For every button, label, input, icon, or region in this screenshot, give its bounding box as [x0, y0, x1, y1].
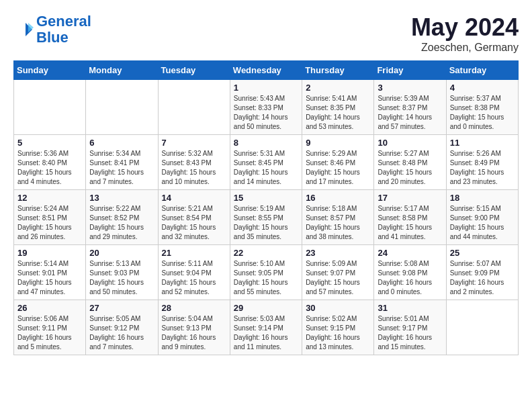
calendar-cell: 5Sunrise: 5:36 AM Sunset: 8:40 PM Daylig…	[14, 135, 86, 190]
calendar-cell: 12Sunrise: 5:24 AM Sunset: 8:51 PM Dayli…	[14, 190, 86, 245]
calendar-cell: 14Sunrise: 5:21 AM Sunset: 8:54 PM Dayli…	[158, 190, 230, 245]
calendar-cell: 25Sunrise: 5:07 AM Sunset: 9:09 PM Dayli…	[446, 245, 518, 300]
calendar-cell: 30Sunrise: 5:02 AM Sunset: 9:15 PM Dayli…	[302, 300, 374, 355]
day-info: Sunrise: 5:24 AM Sunset: 8:51 PM Dayligh…	[17, 204, 82, 242]
day-info: Sunrise: 5:36 AM Sunset: 8:40 PM Dayligh…	[17, 149, 82, 187]
day-info: Sunrise: 5:19 AM Sunset: 8:55 PM Dayligh…	[234, 204, 298, 242]
calendar-cell: 9Sunrise: 5:29 AM Sunset: 8:46 PM Daylig…	[302, 135, 374, 190]
day-info: Sunrise: 5:11 AM Sunset: 9:04 PM Dayligh…	[162, 259, 226, 297]
day-info: Sunrise: 5:14 AM Sunset: 9:01 PM Dayligh…	[17, 259, 82, 297]
day-number: 25	[450, 248, 515, 258]
calendar-cell: 20Sunrise: 5:13 AM Sunset: 9:03 PM Dayli…	[86, 245, 158, 300]
day-number: 3	[378, 83, 442, 93]
day-number: 17	[378, 193, 442, 203]
day-number: 16	[306, 193, 370, 203]
calendar-header: SundayMondayTuesdayWednesdayThursdayFrid…	[14, 61, 519, 80]
calendar-cell: 13Sunrise: 5:22 AM Sunset: 8:52 PM Dayli…	[86, 190, 158, 245]
location-title: Zoeschen, Germany	[411, 42, 519, 54]
day-number: 20	[89, 248, 154, 258]
day-info: Sunrise: 5:26 AM Sunset: 8:49 PM Dayligh…	[450, 149, 515, 187]
header-day: Monday	[86, 61, 158, 80]
calendar-cell: 24Sunrise: 5:08 AM Sunset: 9:08 PM Dayli…	[374, 245, 446, 300]
calendar-cell	[14, 80, 86, 135]
day-info: Sunrise: 5:21 AM Sunset: 8:54 PM Dayligh…	[162, 204, 226, 242]
day-number: 28	[162, 303, 226, 313]
calendar-cell: 28Sunrise: 5:04 AM Sunset: 9:13 PM Dayli…	[158, 300, 230, 355]
calendar-cell	[158, 80, 230, 135]
header-day: Thursday	[302, 61, 374, 80]
day-number: 7	[162, 138, 226, 148]
day-number: 31	[378, 303, 442, 313]
day-info: Sunrise: 5:13 AM Sunset: 9:03 PM Dayligh…	[89, 259, 154, 297]
logo-general: General	[36, 13, 91, 30]
day-number: 26	[17, 303, 82, 313]
calendar-cell: 21Sunrise: 5:11 AM Sunset: 9:04 PM Dayli…	[158, 245, 230, 300]
logo-blue: Blue	[36, 29, 69, 46]
logo: General Blue	[13, 13, 91, 46]
calendar-cell: 8Sunrise: 5:31 AM Sunset: 8:45 PM Daylig…	[230, 135, 302, 190]
page-header: General Blue May 2024 Zoeschen, Germany	[13, 13, 519, 54]
calendar-cell: 29Sunrise: 5:03 AM Sunset: 9:14 PM Dayli…	[230, 300, 302, 355]
day-number: 9	[306, 138, 370, 148]
day-number: 24	[378, 248, 442, 258]
day-info: Sunrise: 5:27 AM Sunset: 8:48 PM Dayligh…	[378, 149, 442, 187]
day-info: Sunrise: 5:10 AM Sunset: 9:05 PM Dayligh…	[234, 259, 298, 297]
day-info: Sunrise: 5:07 AM Sunset: 9:09 PM Dayligh…	[450, 259, 515, 297]
day-info: Sunrise: 5:39 AM Sunset: 8:37 PM Dayligh…	[378, 94, 442, 132]
calendar-week-row: 12Sunrise: 5:24 AM Sunset: 8:51 PM Dayli…	[14, 190, 519, 245]
calendar-cell: 19Sunrise: 5:14 AM Sunset: 9:01 PM Dayli…	[14, 245, 86, 300]
day-number: 5	[17, 138, 82, 148]
calendar-cell: 16Sunrise: 5:18 AM Sunset: 8:57 PM Dayli…	[302, 190, 374, 245]
day-info: Sunrise: 5:08 AM Sunset: 9:08 PM Dayligh…	[378, 259, 442, 297]
calendar-cell: 10Sunrise: 5:27 AM Sunset: 8:48 PM Dayli…	[374, 135, 446, 190]
calendar-cell: 4Sunrise: 5:37 AM Sunset: 8:38 PM Daylig…	[446, 80, 518, 135]
logo-text: General Blue	[36, 13, 91, 46]
calendar-cell	[446, 300, 518, 355]
calendar-week-row: 19Sunrise: 5:14 AM Sunset: 9:01 PM Dayli…	[14, 245, 519, 300]
day-number: 2	[306, 83, 370, 93]
day-number: 13	[89, 193, 154, 203]
day-info: Sunrise: 5:03 AM Sunset: 9:14 PM Dayligh…	[234, 314, 298, 352]
calendar-cell	[86, 80, 158, 135]
calendar-cell: 2Sunrise: 5:41 AM Sunset: 8:35 PM Daylig…	[302, 80, 374, 135]
calendar-week-row: 1Sunrise: 5:43 AM Sunset: 8:33 PM Daylig…	[14, 80, 519, 135]
calendar-cell: 27Sunrise: 5:05 AM Sunset: 9:12 PM Dayli…	[86, 300, 158, 355]
calendar-week-row: 26Sunrise: 5:06 AM Sunset: 9:11 PM Dayli…	[14, 300, 519, 355]
day-number: 29	[234, 303, 298, 313]
day-number: 22	[234, 248, 298, 258]
day-info: Sunrise: 5:02 AM Sunset: 9:15 PM Dayligh…	[306, 314, 370, 352]
day-info: Sunrise: 5:18 AM Sunset: 8:57 PM Dayligh…	[306, 204, 370, 242]
calendar-cell: 6Sunrise: 5:34 AM Sunset: 8:41 PM Daylig…	[86, 135, 158, 190]
day-number: 23	[306, 248, 370, 258]
day-info: Sunrise: 5:37 AM Sunset: 8:38 PM Dayligh…	[450, 94, 515, 132]
day-number: 11	[450, 138, 515, 148]
day-info: Sunrise: 5:31 AM Sunset: 8:45 PM Dayligh…	[234, 149, 298, 187]
day-number: 18	[450, 193, 515, 203]
calendar-cell: 7Sunrise: 5:32 AM Sunset: 8:43 PM Daylig…	[158, 135, 230, 190]
calendar-cell: 3Sunrise: 5:39 AM Sunset: 8:37 PM Daylig…	[374, 80, 446, 135]
header-row: SundayMondayTuesdayWednesdayThursdayFrid…	[14, 61, 519, 80]
day-number: 15	[234, 193, 298, 203]
day-info: Sunrise: 5:15 AM Sunset: 9:00 PM Dayligh…	[450, 204, 515, 242]
header-day: Saturday	[446, 61, 518, 80]
day-number: 21	[162, 248, 226, 258]
day-info: Sunrise: 5:01 AM Sunset: 9:17 PM Dayligh…	[378, 314, 442, 352]
day-info: Sunrise: 5:09 AM Sunset: 9:07 PM Dayligh…	[306, 259, 370, 297]
calendar-week-row: 5Sunrise: 5:36 AM Sunset: 8:40 PM Daylig…	[14, 135, 519, 190]
day-info: Sunrise: 5:34 AM Sunset: 8:41 PM Dayligh…	[89, 149, 154, 187]
calendar-cell: 11Sunrise: 5:26 AM Sunset: 8:49 PM Dayli…	[446, 135, 518, 190]
title-block: May 2024 Zoeschen, Germany	[411, 13, 519, 54]
day-info: Sunrise: 5:17 AM Sunset: 8:58 PM Dayligh…	[378, 204, 442, 242]
calendar-cell: 15Sunrise: 5:19 AM Sunset: 8:55 PM Dayli…	[230, 190, 302, 245]
day-number: 30	[306, 303, 370, 313]
day-number: 4	[450, 83, 515, 93]
header-day: Wednesday	[230, 61, 302, 80]
day-info: Sunrise: 5:41 AM Sunset: 8:35 PM Dayligh…	[306, 94, 370, 132]
day-info: Sunrise: 5:04 AM Sunset: 9:13 PM Dayligh…	[162, 314, 226, 352]
calendar-cell: 26Sunrise: 5:06 AM Sunset: 9:11 PM Dayli…	[14, 300, 86, 355]
calendar-cell: 18Sunrise: 5:15 AM Sunset: 9:00 PM Dayli…	[446, 190, 518, 245]
header-day: Tuesday	[158, 61, 230, 80]
day-info: Sunrise: 5:32 AM Sunset: 8:43 PM Dayligh…	[162, 149, 226, 187]
logo-icon	[13, 19, 34, 40]
day-number: 10	[378, 138, 442, 148]
